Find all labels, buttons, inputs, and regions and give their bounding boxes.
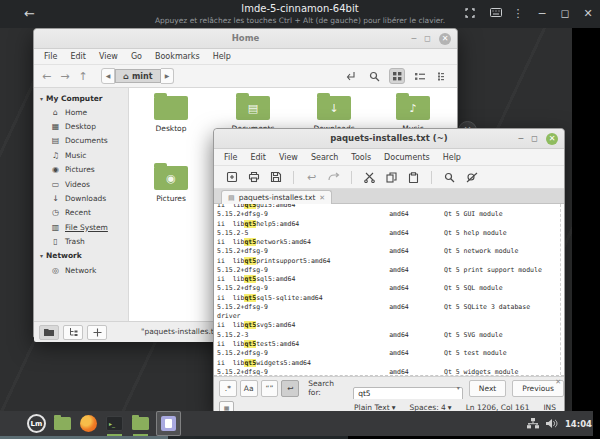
taskbar-panel: Lm ▸_ 14:04 <box>0 411 600 436</box>
print-icon[interactable] <box>244 169 263 186</box>
editor-tab[interactable]: ▤ paquets-installes.txt ✕ <box>221 190 332 204</box>
fm-toolbar: ← → ↑ ◀ ⌂ mint ▶ <box>34 65 457 88</box>
fm-menu-go[interactable]: Go <box>131 52 142 61</box>
sidebar-item-recent[interactable]: ◷Recent <box>34 206 128 220</box>
documents-icon: ▤ <box>51 136 60 145</box>
fm-menu-bookmarks[interactable]: Bookmarks <box>155 52 200 61</box>
breadcrumb-label: mint <box>132 72 153 81</box>
match-case-toggle[interactable]: Aa <box>240 380 258 397</box>
editor-menu-search[interactable]: Search <box>311 153 338 162</box>
breadcrumb-left-icon[interactable]: ◀ <box>101 68 116 84</box>
editor-menu-file[interactable]: File <box>224 153 237 162</box>
save-icon[interactable] <box>266 169 285 186</box>
files-launcher-icon[interactable] <box>53 414 72 433</box>
folder-music[interactable]: ♪Music <box>381 92 445 133</box>
folder-downloads[interactable]: ↓Downloads <box>302 92 366 133</box>
toggle-places-button[interactable] <box>39 325 59 340</box>
file-manager-window-icon[interactable] <box>131 414 150 433</box>
sidebar-item-home[interactable]: ⌂Home <box>34 105 128 119</box>
editor-minimize-button[interactable]: ─ <box>519 132 524 145</box>
editor-menu-tools[interactable]: Tools <box>351 153 371 162</box>
fm-minimize-button[interactable]: ─ <box>412 32 417 45</box>
wrap-around-toggle[interactable]: ↩ <box>281 380 299 397</box>
kebab-menu-icon[interactable]: ⋮ <box>510 7 526 20</box>
fm-menubar: FileEditViewGoBookmarksHelp <box>34 49 457 65</box>
regex-toggle[interactable]: .* <box>219 380 237 397</box>
fm-menu-edit[interactable]: Edit <box>70 52 86 61</box>
find-replace-icon[interactable] <box>462 169 481 186</box>
folder-desktop[interactable]: Desktop <box>139 92 203 133</box>
compact-view-icon[interactable] <box>435 68 451 84</box>
editor-menu-help[interactable]: Help <box>443 153 461 162</box>
fm-menu-help[interactable]: Help <box>213 52 231 61</box>
sidebar-item-file-system[interactable]: ▥File System <box>34 220 128 234</box>
editor-titlebar[interactable]: paquets-installes.txt (~) ─ ◻ ✕ <box>214 129 564 149</box>
grid-view-icon[interactable] <box>389 68 405 84</box>
copy-icon[interactable] <box>382 169 401 186</box>
breadcrumb-current[interactable]: ⌂ mint <box>115 69 160 83</box>
redo-icon[interactable] <box>324 169 343 186</box>
vm-maximize-button[interactable]: ◻ <box>557 7 573 20</box>
undo-icon[interactable]: ↩ <box>302 169 321 186</box>
vm-close-button[interactable]: ✕ <box>580 7 596 20</box>
vm-minimize-button[interactable]: ─ <box>534 7 550 20</box>
sidebar-item-desktop[interactable]: ▦Desktop <box>34 119 128 133</box>
sidebar-item-documents[interactable]: ▤Documents <box>34 134 128 148</box>
sidebar-section-network[interactable]: ▾Network <box>34 249 128 263</box>
tab-file-icon: ▤ <box>228 194 235 202</box>
sidebar-item-music[interactable]: ♫Music <box>34 148 128 162</box>
sidebar-item-pictures[interactable]: ◉Pictures <box>34 163 128 177</box>
volume-icon[interactable] <box>546 418 558 429</box>
clock[interactable]: 14:04 <box>565 419 592 429</box>
network-icon[interactable] <box>527 418 539 429</box>
whole-word-toggle[interactable]: “” <box>261 380 279 397</box>
editor-text-area[interactable]: ii libqt5gui5:amd64 5.15.2+dfsg-9 amd64 … <box>214 204 564 376</box>
toggle-location-entry-icon[interactable] <box>343 68 359 84</box>
zoom-level-button[interactable] <box>87 325 107 340</box>
folder-pictures[interactable]: ◉Pictures <box>139 162 203 203</box>
new-document-icon[interactable] <box>222 169 241 186</box>
editor-maximize-button[interactable]: ◻ <box>531 132 538 145</box>
fm-titlebar[interactable]: Home ─ ◻ ✕ <box>34 29 457 49</box>
sidebar-item-videos[interactable]: ▭Videos <box>34 177 128 191</box>
sidebar-item-network[interactable]: ◎Network <box>34 263 128 277</box>
sidebar-item-trash[interactable]: ▯Trash <box>34 235 128 249</box>
breadcrumb-right-icon[interactable]: ▶ <box>161 68 175 84</box>
desktop-icon: ▦ <box>51 122 60 131</box>
toggle-treeview-button[interactable] <box>63 325 83 340</box>
recent-icon: ◷ <box>51 208 60 217</box>
editor-menu-documents[interactable]: Documents <box>384 153 430 162</box>
fm-menu-file[interactable]: File <box>44 52 57 61</box>
editor-close-button[interactable]: ✕ <box>546 133 558 145</box>
keyboard-icon[interactable] <box>488 7 504 17</box>
search-icon[interactable] <box>366 68 382 84</box>
mint-menu-button[interactable]: Lm <box>27 414 46 433</box>
fm-maximize-button[interactable]: ◻ <box>424 32 431 45</box>
fm-forward-button[interactable]: → <box>60 70 69 83</box>
folder-documents[interactable]: ▤Documents <box>221 92 285 133</box>
expander-icon: ▾ <box>40 252 43 259</box>
search-close-icon[interactable]: ✕ <box>555 378 561 386</box>
fm-up-button[interactable]: ↑ <box>78 70 87 83</box>
desktop-black-band <box>572 28 600 411</box>
list-view-icon[interactable] <box>412 68 428 84</box>
fm-close-button[interactable]: ✕ <box>439 33 451 45</box>
terminal-window-icon[interactable]: ▸_ <box>105 414 124 433</box>
sidebar-section-my-computer[interactable]: ▾My Computer <box>34 91 128 105</box>
fm-back-button[interactable]: ← <box>42 70 51 83</box>
next-button[interactable]: Next <box>469 380 506 397</box>
fm-selection-status: "paquets-installes.tx <box>141 327 218 336</box>
sidebar-item-downloads[interactable]: ↓Downloads <box>34 191 128 205</box>
fm-menu-view[interactable]: View <box>99 52 118 61</box>
editor-menu-edit[interactable]: Edit <box>250 153 266 162</box>
tab-label: paquets-installes.txt <box>239 193 316 202</box>
fullscreen-icon[interactable] <box>462 7 478 18</box>
paste-icon[interactable] <box>404 169 423 186</box>
editor-menu-view[interactable]: View <box>279 153 298 162</box>
firefox-launcher-icon[interactable] <box>79 414 98 433</box>
cut-icon[interactable] <box>360 169 379 186</box>
search-history-dropdown-icon[interactable]: ▾ <box>457 384 460 391</box>
find-icon[interactable] <box>440 169 459 186</box>
text-editor-window-icon[interactable] <box>156 411 181 436</box>
tab-close-icon[interactable]: ✕ <box>319 194 325 202</box>
